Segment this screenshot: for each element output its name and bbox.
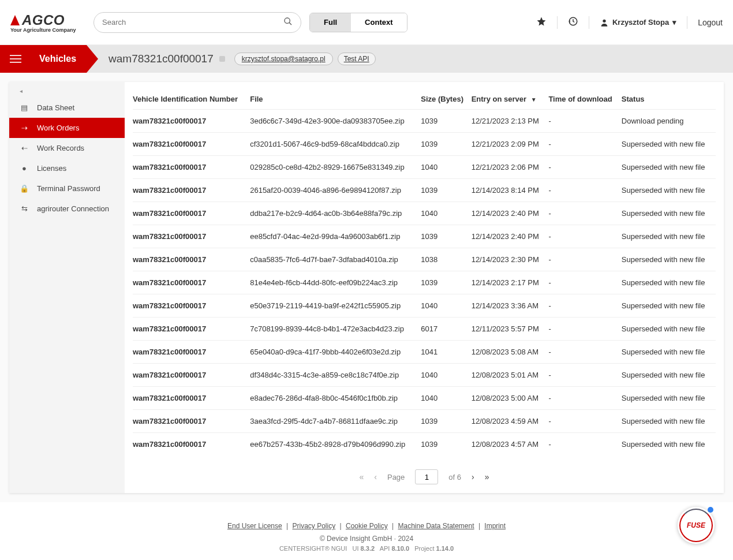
top-bar: AGCO Your Agriculture Company Full Conte… [0, 0, 733, 45]
cell-entry: 12/08/2023 4:57 AM [472, 433, 549, 456]
section-title: Vehicles [31, 45, 87, 73]
cell-size: 1039 [421, 110, 471, 133]
cell-vin: wam78321c00f00017 [133, 133, 250, 156]
cell-file: ee85cfd7-04ac-4e2d-99da-4a96003ab6f1.zip [250, 225, 421, 248]
footer-link[interactable]: Privacy Policy [292, 522, 335, 530]
cell-entry: 12/08/2023 5:00 AM [472, 387, 549, 410]
table-row[interactable]: wam78321c00f000172615af20-0039-4046-a896… [133, 179, 716, 202]
side-nav: ◂ ▤Data Sheet⇢Work Orders⇠Work Records●L… [9, 82, 125, 493]
fuse-badge[interactable]: FUSE [678, 507, 715, 544]
cell-vin: wam78321c00f00017 [133, 271, 250, 294]
table-row[interactable]: wam78321c00f00017e8adec76-286d-4fa8-8b0c… [133, 387, 716, 410]
page-last-icon[interactable]: » [485, 472, 489, 481]
table-row[interactable]: wam78321c00f000173aea3fcd-29f5-4dc7-a4b7… [133, 410, 716, 433]
search-box[interactable] [94, 12, 301, 33]
cell-vin: wam78321c00f00017 [133, 387, 250, 410]
cell-entry: 12/11/2023 5:57 PM [472, 318, 549, 341]
cell-entry: 12/14/2023 8:14 PM [472, 179, 549, 202]
sidebar-item-terminal-password[interactable]: 🔒Terminal Password [9, 178, 125, 199]
owner-email-pill[interactable]: krzysztof.stopa@satagro.pl [234, 53, 333, 65]
cell-dl: - [548, 133, 621, 156]
cell-vin: wam78321c00f00017 [133, 318, 250, 341]
cell-size: 1039 [421, 179, 471, 202]
sidebar-item-agrirouter-connection[interactable]: ⇆agrirouter Connection [9, 199, 125, 219]
cell-file: 3ed6c6c7-349d-42e3-900e-da09383705ee.zip [250, 110, 421, 133]
footer-link[interactable]: Machine Data Statement [398, 522, 474, 530]
history-icon[interactable] [568, 16, 578, 28]
cell-file: 65e040a0-d9ca-41f7-9bbb-4402e6f03e2d.zip [250, 341, 421, 364]
table-row[interactable]: wam78321c00f00017cf3201d1-5067-46c9-bd59… [133, 133, 716, 156]
sidebar-item-work-records[interactable]: ⇠Work Records [9, 138, 125, 158]
search-icon[interactable] [283, 17, 293, 28]
table-row[interactable]: wam78321c00f000177c708199-8939-44c8-b4b1… [133, 318, 716, 341]
footer-link[interactable]: End User License [227, 522, 282, 530]
sidebar-item-label: Licenses [37, 164, 66, 173]
cell-dl: - [548, 110, 621, 133]
page-input[interactable] [415, 469, 438, 484]
sidebar-item-licenses[interactable]: ●Licenses [9, 158, 125, 178]
cell-entry: 12/21/2023 2:09 PM [472, 133, 549, 156]
cell-file: e50e3719-2119-4419-ba9f-e242f1c55905.zip [250, 294, 421, 318]
col-size[interactable]: Size (Bytes) [421, 91, 471, 110]
table-row[interactable]: wam78321c00f0001765e040a0-d9ca-41f7-9bbb… [133, 341, 716, 364]
notification-dot-icon [708, 507, 713, 513]
cell-status: Download pending [622, 110, 716, 133]
logout-link[interactable]: Logout [698, 18, 723, 27]
col-file[interactable]: File [250, 91, 421, 110]
footer: End User License | Privacy Policy | Cook… [0, 515, 733, 560]
cell-file: 81e4e4eb-f6cb-44dd-80fc-eef09b224ac3.zip [250, 271, 421, 294]
cell-size: 1040 [421, 387, 471, 410]
footer-link[interactable]: Imprint [484, 522, 506, 530]
table-row[interactable]: wam78321c00f00017c0aa5835-7fc6-4d7f-bae7… [133, 248, 716, 271]
page-next-icon[interactable]: › [472, 472, 474, 481]
cell-dl: - [548, 364, 621, 387]
page-of-label: of 6 [448, 473, 461, 481]
cell-file: 7c708199-8939-44c8-b4b1-472e3acb4d23.zip [250, 318, 421, 341]
col-entry[interactable]: Entry on server ▼ [472, 91, 549, 110]
sidebar-item-work-orders[interactable]: ⇢Work Orders [9, 118, 125, 138]
sidebar-item-label: agrirouter Connection [37, 204, 109, 213]
star-icon[interactable] [536, 16, 547, 28]
table-row[interactable]: wam78321c00f00017ee67b257-433b-45b2-8928… [133, 433, 716, 456]
page-body: ◂ ▤Data Sheet⇢Work Orders⇠Work Records●L… [0, 73, 733, 502]
cell-dl: - [548, 202, 621, 225]
test-api-pill[interactable]: Test API [338, 53, 376, 65]
view-toggle-full[interactable]: Full [310, 13, 351, 32]
entity-id: wam78321c00f00017 [109, 53, 214, 65]
view-toggle-context[interactable]: Context [351, 13, 406, 32]
cell-entry: 12/08/2023 4:59 AM [472, 410, 549, 433]
search-input[interactable] [102, 18, 283, 27]
page-prev-icon[interactable]: ‹ [374, 472, 377, 481]
cell-size: 1040 [421, 156, 471, 179]
col-vin[interactable]: Vehicle Identification Number [133, 91, 250, 110]
svg-line-1 [289, 23, 291, 25]
cell-file: 029285c0-ce8d-42b2-8929-16675e831349.zip [250, 156, 421, 179]
main-card: ◂ ▤Data Sheet⇢Work Orders⇠Work Records●L… [9, 82, 724, 493]
cell-dl: - [548, 387, 621, 410]
page-label: Page [387, 473, 405, 481]
user-menu[interactable]: Krzysztof Stopa ▾ [600, 18, 676, 27]
fuse-label: FUSE [687, 521, 705, 529]
table-row[interactable]: wam78321c00f00017df348d4c-3315-4c3e-a859… [133, 364, 716, 387]
collapse-sidebar-icon[interactable]: ◂ [9, 84, 125, 98]
cell-size: 1041 [421, 341, 471, 364]
footer-links: End User License | Privacy Policy | Cook… [0, 522, 733, 530]
hamburger-menu[interactable] [0, 45, 31, 73]
table-row[interactable]: wam78321c00f000173ed6c6c7-349d-42e3-900e… [133, 110, 716, 133]
cell-dl: - [548, 156, 621, 179]
cell-entry: 12/14/2023 2:40 PM [472, 202, 549, 225]
table-row[interactable]: wam78321c00f00017ddba217e-b2c9-4d64-ac0b… [133, 202, 716, 225]
sidebar-item-label: Work Orders [37, 124, 79, 132]
page-first-icon[interactable]: « [360, 472, 364, 481]
logo-triangle-icon [10, 15, 20, 25]
table-row[interactable]: wam78321c00f0001781e4e4eb-f6cb-44dd-80fc… [133, 271, 716, 294]
col-status[interactable]: Status [622, 91, 716, 110]
cell-vin: wam78321c00f00017 [133, 410, 250, 433]
col-download[interactable]: Time of download [548, 91, 621, 110]
footer-link[interactable]: Cookie Policy [346, 522, 388, 530]
table-row[interactable]: wam78321c00f00017ee85cfd7-04ac-4e2d-99da… [133, 225, 716, 248]
footer-version: CENTERSIGHT® NGUI UI 8.3.2 API 8.10.0 Pr… [0, 545, 733, 552]
sidebar-item-data-sheet[interactable]: ▤Data Sheet [9, 98, 125, 118]
table-row[interactable]: wam78321c00f00017029285c0-ce8d-42b2-8929… [133, 156, 716, 179]
table-row[interactable]: wam78321c00f00017e50e3719-2119-4419-ba9f… [133, 294, 716, 318]
